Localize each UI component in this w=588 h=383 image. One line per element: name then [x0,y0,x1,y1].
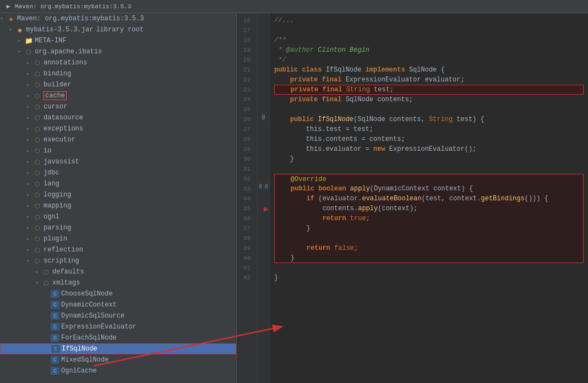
IfSqlNode-class-icon: C [51,345,60,353]
javassist-arrow[interactable]: ▸ [26,158,33,165]
executor-arrow[interactable]: ▸ [26,136,33,143]
DynamicSqlSource-label: DynamicSqlSource [61,312,124,320]
line-number-37: 37 [239,223,253,233]
xmltags-arrow[interactable]: ▾ [35,280,42,286]
sidebar-item-xmltags[interactable]: ▾⬡xmltags [0,277,236,288]
line-number-42: 42 [239,273,253,283]
sidebar-item-mybatis-jar[interactable]: ▾◉mybatis-3.5.3.jarlibrary root [0,24,236,35]
line-number-36: 36 [239,214,253,223]
sidebar-item-ognl[interactable]: ▸⬡ognl [0,211,236,222]
plugin-arrow[interactable]: ▸ [26,236,33,242]
mybatis-jar-arrow[interactable]: ▾ [9,26,15,33]
maven-root-root-icon: ◆ [7,15,15,23]
line-number-23: 23 [239,85,253,95]
annotations-label: annotations [43,59,87,67]
sidebar-item-defaults[interactable]: ▸⬡defaults [0,266,236,277]
plugin-package-icon: ⬡ [33,235,42,243]
sidebar-item-javassist[interactable]: ▸⬡javassist [0,156,236,167]
sidebar-item-executor[interactable]: ▸⬡executor [0,134,236,145]
gutter-cell-42 [258,271,269,281]
reflection-arrow[interactable]: ▸ [26,247,33,253]
sidebar-item-MixedSqlNode[interactable]: CMixedSqlNode [0,354,236,365]
gutter-cell-33: @ @ [258,182,269,192]
code-line-17 [274,25,584,35]
builder-arrow[interactable]: ▸ [26,81,33,88]
sidebar-item-mapping[interactable]: ▸⬡mapping [0,200,236,211]
sidebar-item-jdbc[interactable]: ▸⬡jdbc [0,167,236,178]
sidebar-item-ExpressionEvaluator[interactable]: CExpressionEvaluator [0,321,236,332]
org-apache-ibatis-label: org.apache.ibatis [35,48,102,56]
sidebar-item-io[interactable]: ▸⬡io [0,145,236,156]
datasource-arrow[interactable]: ▸ [26,114,33,121]
code-line-41 [274,263,584,273]
gutter-cell-21 [258,63,269,73]
sidebar-item-scripting[interactable]: ▾⬡scripting [0,255,236,266]
gutter-cell-26: @ [258,112,269,122]
ChooseSqlNode-label: ChooseSqlNode [61,290,113,298]
sidebar-item-maven-root[interactable]: ▾◆Maven: org.mybatis:mybatis:3.5.3 [0,13,236,24]
ExpressionEvaluator-class-icon: C [51,323,59,331]
line-number-18: 18 [239,35,253,45]
code-line-18: /** [274,35,584,45]
mapping-package-icon: ⬡ [33,202,42,210]
datasource-label: datasource [43,114,83,122]
annotations-package-icon: ⬡ [33,59,42,67]
parsing-arrow[interactable]: ▸ [26,225,33,231]
line-number-20: 20 [239,55,253,65]
cursor-arrow[interactable]: ▸ [26,103,33,110]
lang-label: lang [43,180,59,188]
sidebar-item-builder[interactable]: ▸⬡builder [0,79,236,90]
logging-arrow[interactable]: ▸ [26,192,33,198]
sidebar-item-exceptions[interactable]: ▸⬡exceptions [0,123,236,134]
jdbc-label: jdbc [43,169,59,177]
mapping-arrow[interactable]: ▸ [26,203,33,209]
ognl-arrow[interactable]: ▸ [26,214,33,220]
sidebar-item-cursor[interactable]: ▸⬡cursor [0,101,236,112]
DynamicContext-class-icon: C [51,301,59,309]
gutter-cell-18 [258,33,269,43]
sidebar-item-ForEachSqlNode[interactable]: CForEachSqlNode [0,332,236,343]
sidebar-item-meta-inf[interactable]: ▸📁META-INF [0,35,236,46]
org-apache-ibatis-package-icon: ⬡ [24,48,33,56]
maven-root-label: Maven: org.mybatis:mybatis:3.5.3 [17,15,144,23]
code-line-21: public class IfSqlNode implements SqlNod… [274,65,584,75]
scripting-arrow[interactable]: ▾ [26,258,33,264]
sidebar-item-cache[interactable]: ▸⬡cache [0,90,236,101]
jdbc-arrow[interactable]: ▸ [26,169,33,176]
defaults-arrow[interactable]: ▸ [35,269,42,275]
code-line-35: ▶ contents.apply(context); [274,204,584,214]
gutter-cell-41 [258,261,269,271]
sidebar-item-lang[interactable]: ▸⬡lang [0,178,236,189]
gutter: @@ @ [258,13,270,383]
sidebar-item-parsing[interactable]: ▸⬡parsing [0,222,236,233]
sidebar-item-annotations[interactable]: ▸⬡annotations [0,57,236,68]
code-line-31 [274,164,584,174]
code-line-20: */ [274,55,584,65]
binding-arrow[interactable]: ▸ [26,70,33,77]
xmltags-label: xmltags [52,279,80,287]
lang-arrow[interactable]: ▸ [26,180,33,187]
sidebar-item-DynamicContext[interactable]: CDynamicContext [0,299,236,310]
exceptions-arrow[interactable]: ▸ [26,125,33,132]
gutter-cell-39 [258,241,269,251]
sidebar-item-plugin[interactable]: ▸⬡plugin [0,233,236,244]
sidebar-item-logging[interactable]: ▸⬡logging [0,189,236,200]
org-apache-ibatis-arrow[interactable]: ▾ [18,48,24,55]
meta-inf-arrow[interactable]: ▸ [18,37,24,44]
cache-package-icon: ⬡ [33,92,42,100]
meta-inf-label: META-INF [35,37,67,45]
annotations-arrow[interactable]: ▸ [26,59,33,66]
sidebar-item-DynamicSqlSource[interactable]: CDynamicSqlSource [0,310,236,321]
binding-label: binding [43,70,71,78]
sidebar-item-reflection[interactable]: ▸⬡reflection [0,244,236,255]
io-label: io [43,147,51,155]
cache-arrow[interactable]: ▸ [26,92,33,99]
sidebar-item-OgnlCache[interactable]: COgnlCache [0,365,236,376]
sidebar-item-ChooseSqlNode[interactable]: CChooseSqlNode [0,288,236,299]
sidebar-item-binding[interactable]: ▸⬡binding [0,68,236,79]
maven-root-arrow[interactable]: ▾ [0,15,7,22]
io-arrow[interactable]: ▸ [26,147,33,154]
sidebar-item-IfSqlNode[interactable]: CIfSqlNode [0,343,236,354]
sidebar-item-datasource[interactable]: ▸⬡datasource [0,112,236,123]
sidebar-item-org-apache-ibatis[interactable]: ▾⬡org.apache.ibatis [0,46,236,57]
